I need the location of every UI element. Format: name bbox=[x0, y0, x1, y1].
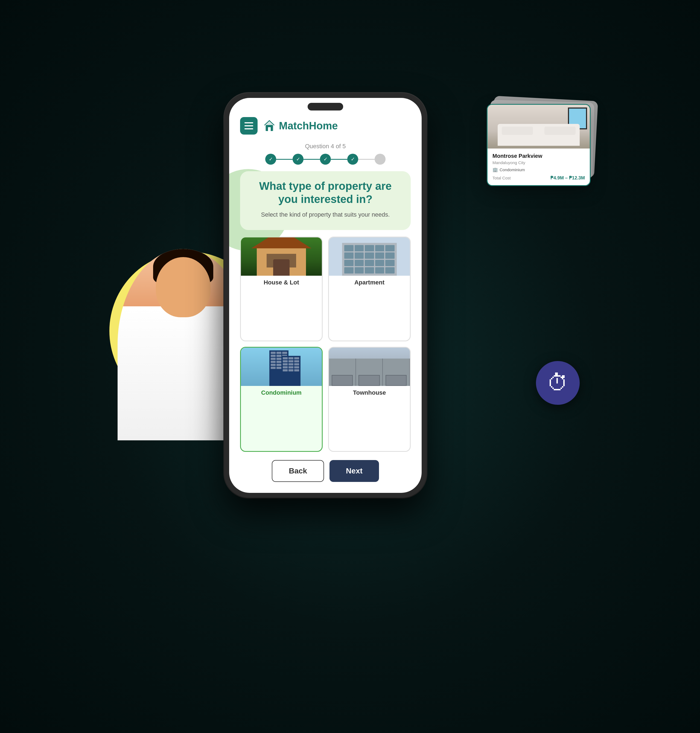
house-roof-shape bbox=[251, 237, 312, 248]
bed-shape bbox=[498, 124, 579, 146]
logo-text-normal: Match bbox=[279, 120, 309, 131]
app-header: MatchHome bbox=[240, 117, 411, 135]
apt-win bbox=[375, 252, 384, 259]
next-button[interactable]: Next bbox=[329, 460, 379, 482]
listing-card-body: Montrose Parkview Mandaluyong City 🏢 Con… bbox=[488, 149, 590, 185]
listing-location: Mandaluyong City bbox=[493, 160, 585, 165]
progress-line-1 bbox=[276, 159, 293, 160]
bed-pillow-left bbox=[502, 127, 533, 135]
check-icon-1: ✓ bbox=[269, 156, 273, 162]
apt-win bbox=[385, 245, 394, 251]
progress-dot-4: ✓ bbox=[347, 154, 358, 165]
menu-line-3 bbox=[244, 128, 253, 130]
apt-win bbox=[385, 267, 394, 274]
apt-win bbox=[365, 260, 374, 266]
apt-win bbox=[354, 260, 364, 266]
apt-win bbox=[385, 260, 394, 266]
progress-line-3 bbox=[331, 159, 347, 160]
property-grid: House & Lot bbox=[240, 237, 411, 452]
progress-dot-2: ✓ bbox=[293, 154, 303, 165]
listing-price-row: Total Cost ₱4.9M – ₱12.3M bbox=[493, 175, 585, 181]
logo-text: MatchHome bbox=[279, 120, 338, 132]
apt-win bbox=[344, 245, 354, 251]
townhouse-label: Townhouse bbox=[329, 386, 410, 400]
question-subtitle: Select the kind of property that suits y… bbox=[248, 210, 403, 219]
apartment-label: Apartment bbox=[329, 276, 410, 289]
question-title: What type of property are you interested… bbox=[248, 180, 403, 206]
listing-card-image bbox=[488, 105, 590, 149]
apt-win bbox=[344, 267, 354, 274]
th-garage-1 bbox=[332, 375, 353, 386]
condominium-label: Condominium bbox=[241, 386, 322, 400]
check-icon-4: ✓ bbox=[351, 156, 355, 162]
progress-line-2 bbox=[303, 159, 320, 160]
phone-frame: MatchHome Question 4 of 5 ✓ ✓ bbox=[224, 93, 426, 498]
apt-win bbox=[365, 252, 374, 259]
listing-card-main[interactable]: Montrose Parkview Mandaluyong City 🏢 Con… bbox=[487, 104, 591, 186]
person-head bbox=[156, 257, 210, 317]
th-garage-2 bbox=[359, 375, 379, 386]
listing-cards-container: Montrose Parkview Mandaluyong City 🏢 Con… bbox=[487, 104, 591, 186]
progress-line-4 bbox=[358, 159, 375, 160]
progress-dot-3: ✓ bbox=[320, 154, 331, 165]
check-icon-3: ✓ bbox=[324, 156, 328, 162]
listing-price-label: Total Cost bbox=[493, 175, 511, 180]
progress-dot-1: ✓ bbox=[265, 154, 276, 165]
apt-win bbox=[354, 252, 364, 259]
apartment-image bbox=[329, 237, 410, 276]
menu-button[interactable] bbox=[240, 117, 257, 135]
timer-icon: ⏱ bbox=[547, 370, 569, 396]
apt-win bbox=[354, 245, 364, 251]
th-unit-2 bbox=[356, 359, 383, 386]
listing-price-value: ₱4.9M – ₱12.3M bbox=[550, 175, 585, 181]
scene: MatchHome Question 4 of 5 ✓ ✓ bbox=[131, 66, 569, 667]
back-button[interactable]: Back bbox=[272, 460, 324, 482]
logo-area: MatchHome bbox=[263, 120, 338, 132]
app-content: MatchHome Question 4 of 5 ✓ ✓ bbox=[229, 98, 422, 493]
property-card-townhouse[interactable]: Townhouse bbox=[328, 347, 411, 452]
phone-notch bbox=[307, 103, 343, 110]
th-garage-3 bbox=[385, 375, 407, 386]
action-buttons: Back Next bbox=[240, 460, 411, 482]
th-unit-3 bbox=[383, 359, 410, 386]
house-lot-label: House & Lot bbox=[241, 276, 322, 289]
bed-pillow-right bbox=[544, 127, 576, 135]
logo-icon bbox=[263, 120, 276, 131]
listing-type: Condominium bbox=[500, 167, 525, 172]
apt-win bbox=[365, 245, 374, 251]
property-card-house[interactable]: House & Lot bbox=[240, 237, 323, 341]
apt-win bbox=[344, 252, 354, 259]
apt-win bbox=[375, 260, 384, 266]
condo-tower-2 bbox=[281, 356, 300, 386]
progress-dot-5 bbox=[375, 154, 385, 165]
question-section: What type of property are you interested… bbox=[240, 171, 411, 230]
progress-section: Question 4 of 5 ✓ ✓ ✓ bbox=[240, 143, 411, 165]
property-card-condominium[interactable]: Condominium bbox=[240, 347, 323, 452]
menu-line-2 bbox=[244, 125, 253, 127]
apt-win bbox=[365, 267, 374, 274]
apt-win bbox=[385, 252, 394, 259]
progress-dots: ✓ ✓ ✓ ✓ bbox=[265, 154, 385, 165]
apt-win bbox=[344, 260, 354, 266]
logo-text-colored: Home bbox=[309, 120, 338, 131]
menu-line-1 bbox=[244, 122, 253, 124]
timer-badge: ⏱ bbox=[536, 361, 580, 405]
apartment-building bbox=[342, 243, 397, 276]
house-image bbox=[241, 237, 322, 276]
apt-win bbox=[375, 267, 384, 274]
property-card-apartment[interactable]: Apartment bbox=[328, 237, 411, 341]
listing-type-badge: 🏢 Condominium bbox=[493, 167, 585, 172]
townhouse-image bbox=[329, 347, 410, 386]
check-icon-2: ✓ bbox=[296, 156, 300, 162]
condo-image bbox=[241, 347, 322, 386]
progress-label: Question 4 of 5 bbox=[305, 143, 346, 150]
bedroom-scene bbox=[488, 105, 590, 149]
svg-rect-1 bbox=[268, 127, 271, 131]
townhouse-building bbox=[329, 359, 410, 386]
building-icon: 🏢 bbox=[493, 167, 498, 172]
apt-win bbox=[375, 245, 384, 251]
apt-win bbox=[354, 267, 364, 274]
listing-name: Montrose Parkview bbox=[493, 153, 585, 159]
th-unit-1 bbox=[329, 359, 356, 386]
phone-screen: MatchHome Question 4 of 5 ✓ ✓ bbox=[229, 98, 422, 493]
